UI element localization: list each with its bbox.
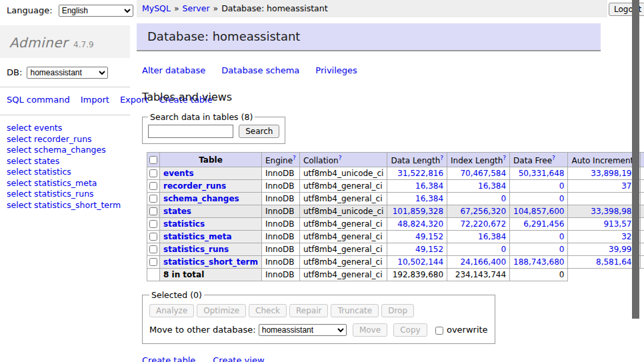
db-link-privileges[interactable]: Privileges (315, 65, 357, 75)
drop-button[interactable]: Drop (381, 304, 414, 317)
data-length-cell: 16,384 (387, 180, 447, 193)
check-button[interactable]: Check (249, 304, 287, 317)
index-length-link[interactable]: 24,166,400 (451, 257, 506, 267)
language-label: Language: (7, 5, 53, 15)
row-checkbox-recorder_runs[interactable] (149, 182, 157, 190)
db-link-database-schema[interactable]: Database schema (221, 65, 299, 75)
vertical-scrollbar[interactable] (632, 0, 639, 319)
table-link-events[interactable]: events (163, 169, 194, 178)
total-data-length-cell: 192,839,680 (387, 269, 447, 281)
data-length-link[interactable]: 10,502,144 (391, 257, 443, 267)
index-length-link[interactable]: 0 (451, 194, 506, 203)
auto-increment-link[interactable]: 325 (571, 232, 637, 241)
db-select[interactable]: homeassistant (27, 67, 108, 79)
table-link-recorder_runs[interactable]: recorder_runs (163, 181, 226, 191)
help-link-data-free[interactable]: ? (552, 155, 555, 161)
auto-increment-link[interactable]: 33,898,196 (571, 169, 637, 178)
data-free-link[interactable]: 0 (513, 245, 564, 254)
breadcrumb-server[interactable]: Server (183, 3, 210, 13)
auto-increment-link[interactable]: 913,577 (571, 219, 637, 229)
table-name-cell: statistics_runs (160, 243, 262, 256)
help-link-collation[interactable]: ? (339, 155, 342, 161)
search-input[interactable] (148, 125, 233, 138)
sidebar-select-statistics-meta[interactable]: select statistics_meta (7, 178, 130, 189)
sidebar-select-statistics-runs[interactable]: select statistics_runs (7, 189, 130, 200)
row-checkbox-statistics[interactable] (149, 220, 157, 228)
row-checkbox-states[interactable] (149, 207, 157, 215)
data-length-link[interactable]: 16,384 (391, 194, 443, 203)
search-button[interactable]: Search (239, 125, 279, 138)
index-length-link[interactable]: 70,467,584 (451, 169, 506, 178)
data-free-link[interactable]: 104,857,600 (513, 207, 564, 216)
data-length-link[interactable]: 16,384 (391, 181, 443, 191)
truncate-button[interactable]: Truncate (331, 304, 379, 317)
sidebar-select-statistics[interactable]: select statistics (7, 167, 130, 178)
data-length-link[interactable]: 49,152 (391, 232, 443, 241)
data-free-link[interactable]: 0 (513, 194, 564, 203)
row-check-cell (147, 205, 160, 218)
data-free-link[interactable]: 0 (513, 232, 564, 241)
data-free-link[interactable]: 188,743,680 (513, 257, 564, 267)
auto-increment-link[interactable]: 8,581,645 (571, 257, 637, 267)
table-link-schema_changes[interactable]: schema_changes (163, 194, 239, 203)
data-free-link[interactable]: 50,331,648 (513, 169, 564, 178)
data-free-link[interactable]: 0 (513, 181, 564, 191)
table-link-statistics_short_term[interactable]: statistics_short_term (163, 257, 258, 267)
create-link-create-view[interactable]: Create view (213, 355, 264, 362)
select-all-checkbox[interactable] (149, 156, 157, 164)
help-link-index-length[interactable]: ? (503, 155, 506, 161)
data-length-link[interactable]: 31,522,816 (391, 169, 443, 178)
collation-cell: utf8mb4_unicode_ci (299, 167, 387, 180)
index-length-link[interactable]: 72,220,672 (451, 219, 506, 229)
language-select[interactable]: English (59, 5, 133, 17)
data-length-cell: 31,522,816 (387, 167, 447, 180)
row-checkbox-statistics_short_term[interactable] (149, 258, 157, 266)
auto-increment-link[interactable]: 33,398,984 (571, 207, 637, 216)
optimize-button[interactable]: Optimize (197, 304, 246, 317)
breadcrumb-mysql[interactable]: MySQL (142, 3, 171, 13)
help-link-engine[interactable]: ? (293, 155, 296, 161)
data-length-link[interactable]: 49,152 (391, 245, 443, 254)
auto-increment-link[interactable]: 39,999 (571, 245, 637, 254)
table-row-states: statesInnoDButf8mb4_unicode_ci101,859,32… (147, 205, 644, 218)
move-database-select[interactable]: homeassistant (259, 324, 347, 336)
index-length-link[interactable]: 16,384 (451, 181, 506, 191)
row-checkbox-statistics_runs[interactable] (149, 245, 157, 253)
table-link-statistics[interactable]: statistics (163, 219, 205, 229)
sidebar-select-events[interactable]: select events (7, 123, 130, 134)
total-index-length-cell: 234,143,744 (447, 269, 510, 281)
overwrite-checkbox[interactable] (435, 327, 443, 335)
help-link-data-length[interactable]: ? (440, 155, 443, 161)
index-length-link[interactable]: 67,256,320 (451, 207, 506, 216)
sidebar-link-sql-command[interactable]: SQL command (7, 95, 70, 105)
total-check-cell (147, 269, 160, 281)
create-link-create-table[interactable]: Create table (142, 355, 195, 362)
data-free-cell: 104,857,600 (510, 205, 568, 218)
sidebar-link-import[interactable]: Import (81, 95, 109, 105)
auto-increment-link[interactable]: 378 (571, 181, 637, 191)
repair-button[interactable]: Repair (289, 304, 328, 317)
row-checkbox-schema_changes[interactable] (149, 195, 157, 203)
db-link-alter-database[interactable]: Alter database (142, 65, 205, 75)
row-checkbox-events[interactable] (149, 169, 157, 177)
table-link-states[interactable]: states (163, 207, 191, 216)
auto-increment-link[interactable]: 6 (571, 194, 637, 203)
table-link-statistics_runs[interactable]: statistics_runs (163, 245, 229, 254)
data-free-cell: 0 (510, 231, 568, 243)
data-length-link[interactable]: 48,824,320 (391, 219, 443, 229)
sidebar-select-statistics-short-term[interactable]: select statistics_short_term (7, 200, 130, 211)
rows-estimate-cell: ~ 244 (641, 231, 644, 243)
search-fieldset: Search data in tables (8) Search (142, 112, 285, 144)
move-button[interactable]: Move (353, 323, 387, 337)
data-free-link[interactable]: 6,291,456 (513, 219, 564, 229)
index-length-link[interactable]: 0 (451, 245, 506, 254)
sidebar-select-schema-changes[interactable]: select schema_changes (7, 145, 130, 156)
index-length-link[interactable]: 16,384 (451, 232, 506, 241)
analyze-button[interactable]: Analyze (149, 304, 194, 317)
copy-button[interactable]: Copy (393, 323, 427, 337)
sidebar-select-recorder-runs[interactable]: select recorder_runs (7, 134, 130, 145)
data-length-link[interactable]: 101,859,328 (391, 207, 443, 216)
row-checkbox-statistics_meta[interactable] (149, 233, 157, 241)
table-link-statistics_meta[interactable]: statistics_meta (163, 232, 232, 241)
sidebar-select-states[interactable]: select states (7, 156, 130, 167)
